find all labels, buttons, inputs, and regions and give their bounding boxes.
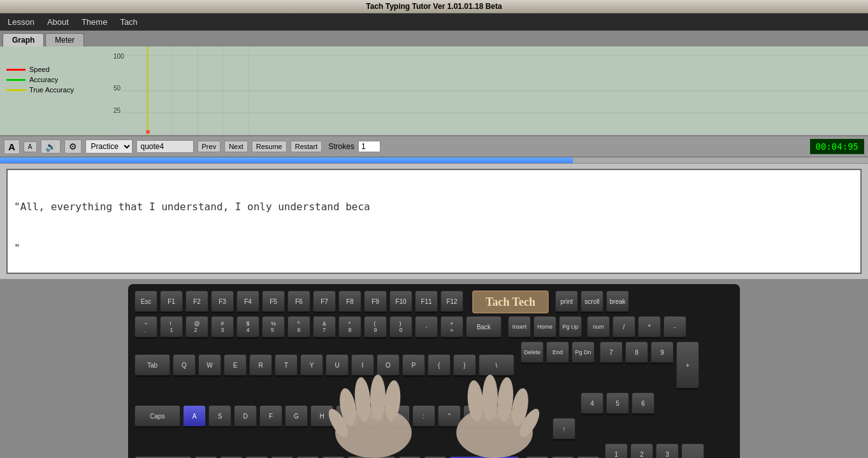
key-enter[interactable]: Enter (463, 405, 521, 428)
key-f8[interactable]: F8 (338, 290, 361, 313)
key-2[interactable]: @2 (185, 316, 208, 339)
key-tab[interactable]: Tab (134, 354, 170, 377)
key-num-div[interactable]: / (612, 316, 635, 339)
key-s[interactable]: S (208, 405, 231, 428)
key-i[interactable]: I (351, 354, 374, 377)
font-decrease-button[interactable]: A (24, 141, 37, 152)
tab-meter[interactable]: Meter (45, 33, 84, 47)
key-f1[interactable]: F1 (160, 290, 183, 313)
key-f11[interactable]: F11 (415, 290, 438, 313)
key-f5[interactable]: F5 (262, 290, 285, 313)
key-num-plus[interactable]: + (676, 341, 699, 390)
menu-bar: Lesson About Theme Tach (0, 13, 868, 31)
key-a[interactable]: A (183, 405, 206, 428)
key-j[interactable]: J (336, 405, 359, 428)
menu-theme[interactable]: Theme (79, 16, 110, 28)
key-7[interactable]: &7 (313, 316, 336, 339)
key-num-mul[interactable]: * (638, 316, 661, 339)
key-num-6[interactable]: 6 (632, 392, 655, 415)
key-semicolon[interactable]: : (412, 405, 435, 428)
key-print[interactable]: print (555, 290, 578, 313)
key-f[interactable]: F (259, 405, 282, 428)
key-break[interactable]: break (606, 290, 629, 313)
key-num-5[interactable]: 5 (606, 392, 629, 415)
key-num-4[interactable]: 4 (581, 392, 604, 415)
key-pgup[interactable]: Pg Up (559, 316, 582, 339)
key-d[interactable]: D (234, 405, 257, 428)
key-y[interactable]: Y (300, 354, 323, 377)
restart-button[interactable]: Restart (291, 141, 322, 152)
key-num-enter[interactable]: enter (681, 443, 704, 458)
key-num-7[interactable]: 7 (600, 341, 623, 364)
key-num-minus[interactable]: - (663, 316, 686, 339)
key-num-9[interactable]: 9 (651, 341, 674, 364)
key-num[interactable]: num (587, 316, 610, 339)
key-esc[interactable]: Esc (134, 290, 157, 313)
key-rbrace[interactable]: } (453, 354, 476, 377)
key-minus[interactable]: - (415, 316, 438, 339)
key-end[interactable]: End (546, 341, 569, 364)
key-o[interactable]: O (377, 354, 400, 377)
key-insert[interactable]: Insert (508, 316, 531, 339)
font-increase-button[interactable]: A (4, 140, 20, 154)
key-f9[interactable]: F9 (364, 290, 387, 313)
key-num-3[interactable]: 3 (656, 443, 679, 458)
key-p[interactable]: P (402, 354, 425, 377)
key-8[interactable]: *8 (338, 316, 361, 339)
keyboard-area: Esc F1 F2 F3 F4 F5 F6 F7 F8 F9 F10 F11 F… (0, 279, 868, 458)
prev-button[interactable]: Prev (198, 141, 221, 152)
text-display[interactable]: "All, everything that I understand, I on… (6, 169, 862, 274)
key-5[interactable]: %5 (262, 316, 285, 339)
y-label-25: 25 (113, 107, 120, 114)
key-f3[interactable]: F3 (211, 290, 234, 313)
practice-select[interactable]: Practice (85, 140, 133, 154)
tab-graph[interactable]: Graph (3, 33, 44, 47)
key-u[interactable]: U (326, 354, 349, 377)
key-home[interactable]: Home (533, 316, 556, 339)
key-r[interactable]: R (249, 354, 272, 377)
next-button[interactable]: Next (224, 141, 248, 152)
key-f10[interactable]: F10 (389, 290, 412, 313)
key-equals[interactable]: += (440, 316, 463, 339)
settings-button[interactable]: ⚙ (64, 140, 82, 154)
resume-button[interactable]: Resume (252, 141, 287, 152)
key-f6[interactable]: F6 (287, 290, 310, 313)
lesson-input[interactable] (136, 140, 194, 153)
key-num-8[interactable]: 8 (625, 341, 648, 364)
menu-tach[interactable]: Tach (117, 16, 140, 28)
menu-lesson[interactable]: Lesson (5, 16, 37, 28)
sound-button[interactable]: 🔊 (41, 140, 61, 154)
menu-about[interactable]: About (45, 16, 71, 28)
key-t[interactable]: T (275, 354, 298, 377)
key-q[interactable]: Q (173, 354, 196, 377)
key-quote[interactable]: " (438, 405, 461, 428)
key-w[interactable]: W (198, 354, 221, 377)
key-delete[interactable]: Delete (521, 341, 544, 364)
key-f7[interactable]: F7 (313, 290, 336, 313)
key-e[interactable]: E (224, 354, 247, 377)
key-k[interactable]: K (361, 405, 384, 428)
key-backspace[interactable]: Back (466, 316, 502, 339)
key-f4[interactable]: F4 (236, 290, 259, 313)
key-tilde[interactable]: ~. (134, 316, 157, 339)
key-l[interactable]: L (387, 405, 410, 428)
key-6[interactable]: ^6 (287, 316, 310, 339)
key-1[interactable]: !1 (160, 316, 183, 339)
key-caps[interactable]: Caps (134, 405, 180, 428)
key-g[interactable]: G (285, 405, 308, 428)
key-backslash[interactable]: \ (479, 354, 514, 377)
key-scroll[interactable]: scroll (581, 290, 604, 313)
key-lbrace[interactable]: { (428, 354, 451, 377)
key-pgdn[interactable]: Pg Dn (572, 341, 595, 364)
key-num-arrow-up[interactable]: ↑ (553, 418, 575, 441)
strokes-input[interactable] (358, 141, 380, 152)
key-num-1[interactable]: 1 (605, 443, 628, 458)
key-h[interactable]: H (310, 405, 333, 428)
key-f2[interactable]: F2 (185, 290, 208, 313)
key-f12[interactable]: F12 (440, 290, 463, 313)
key-0[interactable]: )0 (389, 316, 412, 339)
key-num-2[interactable]: 2 (630, 443, 653, 458)
key-4[interactable]: $4 (236, 316, 259, 339)
key-9[interactable]: (9 (364, 316, 387, 339)
key-3[interactable]: #3 (211, 316, 234, 339)
